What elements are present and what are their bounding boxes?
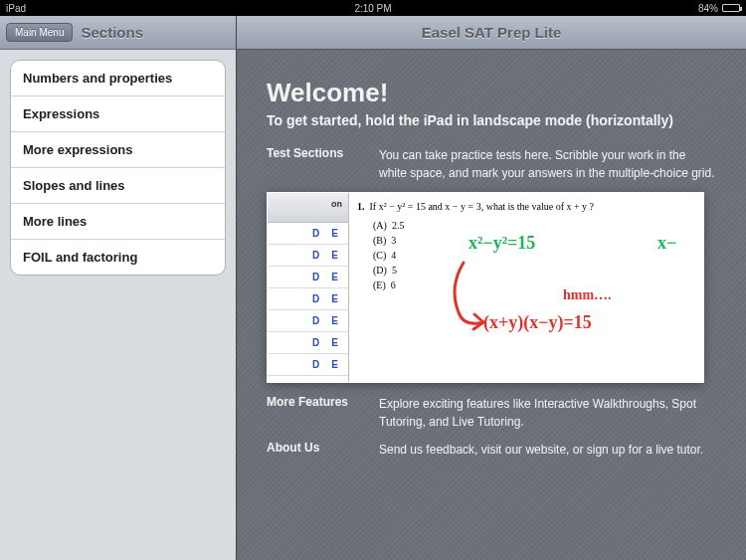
list-item[interactable]: Expressions bbox=[11, 96, 225, 132]
answer-grid: on DE DE DE DE DE DE DE bbox=[268, 193, 349, 382]
q-number: 1. bbox=[357, 201, 365, 212]
example-screenshot: on DE DE DE DE DE DE DE 1. If x² − y² = bbox=[267, 192, 704, 383]
list-item[interactable]: Slopes and lines bbox=[11, 168, 225, 204]
handwriting-eq1: x²−y²=15 bbox=[468, 233, 535, 254]
table-row: DE bbox=[268, 354, 348, 376]
main-menu-button[interactable]: Main Menu bbox=[6, 23, 73, 42]
test-sections-desc: You can take practice tests here. Scribb… bbox=[379, 146, 716, 182]
question-area: 1. If x² − y² = 15 and x − y = 3, what i… bbox=[349, 193, 703, 382]
clock: 2:10 PM bbox=[354, 3, 391, 14]
carrier-label: iPad bbox=[6, 3, 26, 14]
status-bar: iPad 2:10 PM 84% bbox=[0, 0, 746, 16]
sidebar-title: Sections bbox=[81, 24, 143, 41]
sections-list: Numbers and properties Expressions More … bbox=[10, 60, 226, 276]
about-us-label: About Us bbox=[267, 441, 361, 459]
table-row: DE bbox=[268, 332, 348, 354]
handwriting-hmm: hmm…. bbox=[563, 287, 612, 303]
handwriting-eq1b: x− bbox=[657, 233, 676, 254]
table-row: DE bbox=[268, 310, 348, 332]
q-text: If x² − y² = 15 and x − y = 3, what is t… bbox=[370, 201, 595, 212]
handwriting-eq2: (x+y)(x−y)=15 bbox=[483, 312, 592, 333]
welcome-heading: Welcome! bbox=[267, 78, 716, 108]
main-toolbar: Easel SAT Prep Lite bbox=[237, 16, 746, 50]
list-item[interactable]: FOIL and factoring bbox=[11, 240, 225, 275]
subheading: To get started, hold the iPad in landsca… bbox=[267, 112, 716, 128]
test-sections-label: Test Sections bbox=[267, 146, 361, 182]
table-row: DE bbox=[268, 223, 348, 245]
list-item[interactable]: More lines bbox=[11, 204, 225, 240]
about-us-desc: Send us feedback, visit our website, or … bbox=[379, 441, 716, 459]
sidebar: Main Menu Sections Numbers and propertie… bbox=[0, 16, 237, 560]
answer-grid-header: on bbox=[268, 193, 348, 223]
table-row: DE bbox=[268, 245, 348, 267]
list-item[interactable]: More expressions bbox=[11, 132, 225, 168]
table-row: DE bbox=[268, 267, 348, 288]
more-features-desc: Explore exciting features like Interacti… bbox=[379, 395, 716, 431]
answer-choices: (A) 2.5 (B) 3 (C) 4 (D) 5 (E) 6 bbox=[373, 218, 695, 292]
main-panel: Easel SAT Prep Lite Welcome! To get star… bbox=[237, 16, 746, 560]
table-row: DE bbox=[268, 288, 348, 310]
more-features-label: More Features bbox=[267, 395, 361, 431]
app-title: Easel SAT Prep Lite bbox=[422, 24, 562, 41]
battery-percent: 84% bbox=[698, 3, 718, 14]
list-item[interactable]: Numbers and properties bbox=[11, 61, 225, 96]
battery-icon bbox=[722, 4, 740, 12]
sidebar-toolbar: Main Menu Sections bbox=[0, 16, 236, 50]
content-area: Welcome! To get started, hold the iPad i… bbox=[237, 50, 746, 560]
